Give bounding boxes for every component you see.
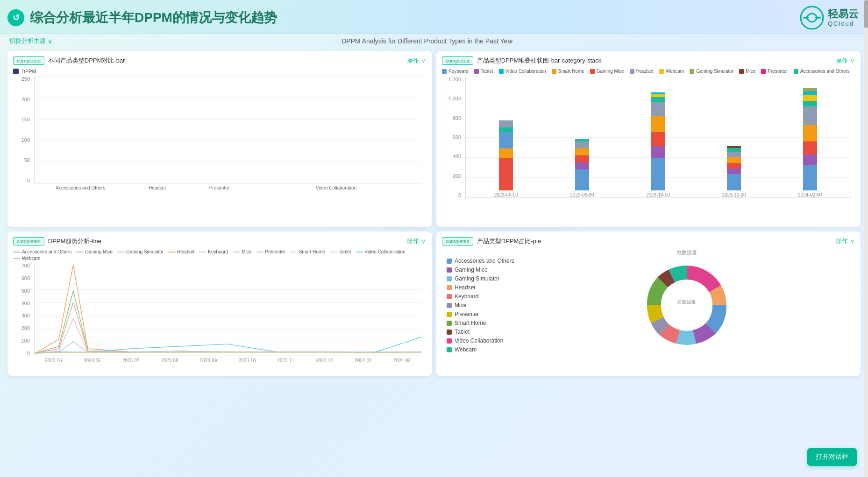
card1-header: completed 不同产品类型DPPM对比-bar 操作 ∨ [13, 56, 426, 65]
stacked-bar-feb: 2024-02-00 [798, 88, 822, 197]
card3-title: DPPM趋势分析-line [48, 237, 101, 246]
x-labels: Accessories and Others Headset Presenter… [34, 183, 421, 190]
pie-legend: Accessories and Others Gaming Mice Gamin… [447, 258, 514, 353]
card-pie-chart: completed 产品类型DPPM占比-pie 操作 ∨ Accessorie… [436, 231, 861, 376]
stacked-bar-dec: 2023-12-00 [722, 146, 746, 197]
card2-ops-btn[interactable]: 操作 ∨ [836, 56, 855, 65]
bars-container [35, 76, 421, 183]
card4-ops-btn[interactable]: 操作 ∨ [836, 237, 855, 246]
line-chart-inner [34, 263, 421, 356]
donut-svg: 总数据量 [635, 254, 738, 357]
legend-dppm-dot [13, 69, 19, 74]
switch-theme-btn[interactable]: 切换分析主题 ∨ [9, 37, 52, 45]
page-title: 综合分析最近半年DPPM的情况与变化趋势 [30, 9, 277, 27]
card3-legend: Accessories and Others Gaming Mice Gamin… [13, 249, 426, 261]
stacked-bar-oct: 2023-10-00 [646, 92, 670, 197]
header-left: ↺ 综合分析最近半年DPPM的情况与变化趋势 [7, 9, 277, 27]
svg-point-3 [662, 280, 712, 330]
logo: 轻易云 QCloud [800, 6, 859, 30]
card4-header: completed 产品类型DPPM占比-pie 操作 ∨ [442, 237, 855, 246]
header: ↺ 综合分析最近半年DPPM的情况与变化趋势 轻易云 QCloud [0, 0, 868, 34]
logo-text-block: 轻易云 QCloud [828, 8, 859, 27]
line-grid [35, 263, 421, 356]
card4-title: 产品类型DPPM占比-pie [477, 237, 541, 246]
card1-ops-btn[interactable]: 操作 ∨ [407, 56, 426, 65]
logo-sub-text: QCloud [828, 20, 859, 27]
line-y-axis: 700 600 500 400 300 200 100 0 [13, 263, 32, 356]
app-icon: ↺ [7, 9, 24, 26]
scrollbar-track[interactable] [864, 0, 868, 477]
stacked-bar-aug: 2023-08-00 [570, 139, 594, 197]
bar-chart-inner [34, 76, 421, 183]
pie-chart-container: 总数据量 [523, 254, 850, 357]
dashboard-grid: completed 不同产品类型DPPM对比-bar 操作 ∨ DPPM 250… [0, 48, 868, 380]
donut-segments: 总数据量 [647, 266, 726, 345]
line-chart-area: 700 600 500 400 300 200 100 0 [13, 263, 426, 370]
card1-legend: DPPM [13, 69, 426, 74]
card3-ops-btn[interactable]: 操作 ∨ [407, 237, 426, 246]
card1-badge: completed [13, 56, 44, 65]
card-line-chart: completed DPPM趋势分析-line 操作 ∨ Accessories… [7, 231, 432, 376]
pie-section: Accessories and Others Gaming Mice Gamin… [442, 249, 855, 361]
card2-legend: Keyboard Tablet Video Collaboration Smar… [442, 69, 855, 74]
card2-badge: completed [442, 56, 473, 65]
open-dialog-btn[interactable]: 打开对话框 [807, 448, 857, 466]
card-bar-chart: completed 不同产品类型DPPM对比-bar 操作 ∨ DPPM 250… [7, 51, 432, 227]
card-stacked-bar: completed 产品类型DPPM堆叠柱状图-bar-category-sta… [436, 51, 861, 227]
card2-title: 产品类型DPPM堆叠柱状图-bar-category-stack [477, 56, 602, 65]
stacked-chart-area: 1,200 1,000 800 600 400 200 0 [442, 77, 855, 221]
legend-dppm-label: DPPM [21, 69, 36, 74]
stacked-bar-jun: 2023-06-00 [494, 120, 518, 197]
stacked-y-axis: 1,200 1,000 800 600 400 200 0 [442, 77, 463, 198]
card1-title: 不同产品类型DPPM对比-bar [48, 56, 125, 65]
y-axis: 250 200 150 100 50 0 [13, 76, 32, 183]
bar-chart-area: 250 200 150 100 50 0 [13, 76, 426, 202]
stacked-bars: 2023-06-00 2023-08-00 [466, 77, 850, 197]
svg-text:总数据量: 总数据量 [677, 299, 696, 304]
card3-header: completed DPPM趋势分析-line 操作 ∨ [13, 237, 426, 246]
card3-badge: completed [13, 237, 44, 246]
qcloud-logo-icon [800, 6, 824, 30]
center-title: DPPM Analysis for Different Product Type… [52, 37, 803, 45]
sub-header: 切换分析主题 ∨ DPPM Analysis for Different Pro… [0, 34, 868, 48]
stacked-inner: 2023-06-00 2023-08-00 [465, 77, 850, 198]
card4-badge: completed [442, 237, 473, 246]
logo-main-text: 轻易云 [828, 8, 859, 20]
pie-center-label: 总数据量 [676, 249, 697, 256]
card2-header: completed 产品类型DPPM堆叠柱状图-bar-category-sta… [442, 56, 855, 65]
line-x-labels: 2023-06 2023-06 2023-07 2023-08 2023-09 … [34, 356, 421, 363]
scrollbar-thumb[interactable] [864, 0, 868, 28]
